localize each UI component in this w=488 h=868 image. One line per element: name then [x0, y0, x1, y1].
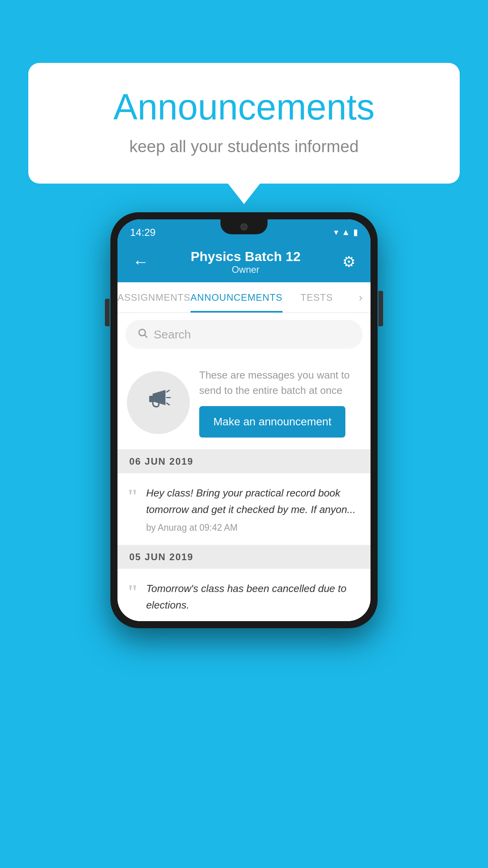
battery-icon: ▮: [353, 227, 358, 237]
tab-announcements[interactable]: ANNOUNCEMENTS: [191, 282, 283, 313]
svg-line-5: [167, 403, 169, 405]
empty-state: These are messages you want to send to t…: [117, 356, 371, 450]
svg-line-3: [167, 390, 169, 392]
tab-assignments[interactable]: ASSIGNMENTS: [117, 282, 191, 313]
speech-bubble-container: Announcements keep all your students inf…: [28, 63, 460, 184]
app-bar-title-container: Physics Batch 12 Owner: [191, 249, 301, 275]
phone-outer: 14:29 ▾ ▲ ▮ ← Physics Batch 12 Owner ⚙: [110, 212, 378, 628]
announcement-content-1: Hey class! Bring your practical record b…: [146, 485, 361, 533]
empty-state-icon-circle: [127, 371, 190, 434]
front-camera: [240, 223, 248, 230]
search-icon: [137, 327, 148, 342]
speech-bubble-title: Announcements: [60, 86, 428, 128]
announcement-item-2: " Tomorrow's class has been cancelled du…: [117, 569, 371, 621]
date-separator-1: 06 JUN 2019: [117, 450, 371, 473]
notch: [220, 219, 268, 234]
tab-more-icon[interactable]: ›: [351, 282, 371, 313]
wifi-icon: ▾: [334, 227, 338, 237]
search-placeholder: Search: [154, 328, 191, 341]
announcement-item-1: " Hey class! Bring your practical record…: [117, 473, 371, 545]
back-button[interactable]: ←: [128, 248, 153, 275]
settings-icon[interactable]: ⚙: [338, 249, 360, 274]
app-bar-title: Physics Batch 12: [191, 249, 301, 264]
phone-wrapper: 14:29 ▾ ▲ ▮ ← Physics Batch 12 Owner ⚙: [110, 212, 378, 628]
search-input-wrapper[interactable]: Search: [125, 320, 363, 349]
app-bar: ← Physics Batch 12 Owner ⚙: [117, 241, 371, 282]
tabs-bar: ASSIGNMENTS ANNOUNCEMENTS TESTS ›: [117, 282, 371, 313]
signal-icon: ▲: [341, 227, 350, 237]
empty-state-right: These are messages you want to send to t…: [199, 368, 359, 438]
phone-screen: 14:29 ▾ ▲ ▮ ← Physics Batch 12 Owner ⚙: [117, 219, 371, 621]
date-separator-2: 05 JUN 2019: [117, 545, 371, 569]
announcement-author-1: by Anurag at 09:42 AM: [146, 522, 361, 533]
speech-bubble-subtitle: keep all your students informed: [60, 137, 428, 156]
quote-icon-2: ": [127, 582, 138, 603]
status-time: 14:29: [130, 226, 156, 239]
svg-line-1: [145, 335, 147, 337]
tab-tests[interactable]: TESTS: [283, 282, 351, 313]
megaphone-icon: [145, 386, 172, 419]
announcement-text-2: Tomorrow's class has been cancelled due …: [146, 581, 361, 613]
status-icons: ▾ ▲ ▮: [334, 227, 358, 237]
quote-icon-1: ": [127, 487, 138, 507]
empty-state-text: These are messages you want to send to t…: [199, 368, 359, 398]
make-announcement-button[interactable]: Make an announcement: [199, 406, 345, 438]
announcement-text-1: Hey class! Bring your practical record b…: [146, 485, 361, 518]
search-bar: Search: [117, 313, 371, 356]
svg-point-0: [139, 329, 145, 336]
announcement-content-2: Tomorrow's class has been cancelled due …: [146, 581, 361, 613]
app-bar-subtitle: Owner: [191, 264, 301, 275]
speech-bubble: Announcements keep all your students inf…: [28, 63, 460, 184]
